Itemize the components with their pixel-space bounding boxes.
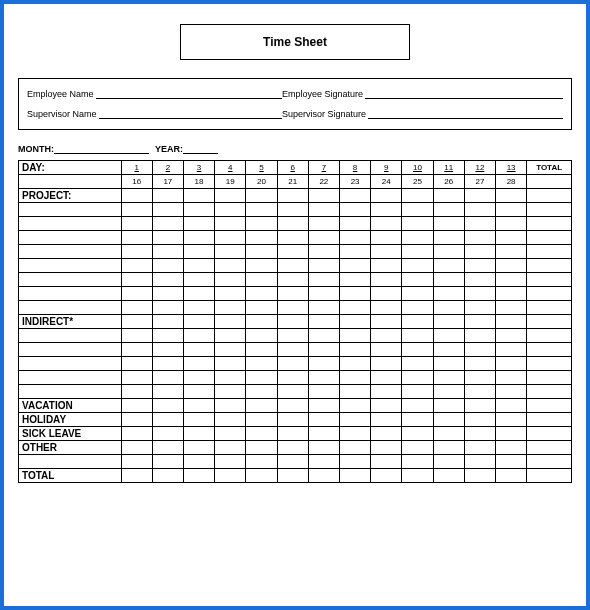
day-20: 20	[246, 175, 277, 189]
holiday-row: HOLIDAY	[19, 413, 572, 427]
total-header: TOTAL	[527, 161, 572, 175]
day-2: 2	[152, 161, 183, 175]
day-10: 10	[402, 161, 433, 175]
indirect-label: INDIRECT*	[19, 315, 122, 329]
indirect-header-row: INDIRECT*	[19, 315, 572, 329]
day-1: 1	[121, 161, 152, 175]
project-row	[19, 287, 572, 301]
supervisor-name-line[interactable]	[99, 109, 282, 119]
day-21: 21	[277, 175, 308, 189]
day-22: 22	[308, 175, 339, 189]
year-label: YEAR:	[155, 144, 183, 154]
timesheet-page: Time Sheet Employee Name Employee Signat…	[0, 0, 590, 610]
month-line[interactable]	[54, 144, 149, 154]
project-row	[19, 259, 572, 273]
supervisor-signature-label: Supervisor Signature	[282, 109, 366, 119]
sick-leave-label: SICK LEAVE	[19, 427, 122, 441]
title-box: Time Sheet	[180, 24, 410, 60]
sick-leave-row: SICK LEAVE	[19, 427, 572, 441]
project-row	[19, 273, 572, 287]
supervisor-signature-field: Supervisor Signature	[282, 109, 563, 119]
project-row	[19, 301, 572, 315]
year-line[interactable]	[183, 144, 218, 154]
supervisor-signature-line[interactable]	[368, 109, 563, 119]
day-19: 19	[215, 175, 246, 189]
day-4: 4	[215, 161, 246, 175]
project-label: PROJECT:	[19, 189, 122, 203]
month-label: MONTH:	[18, 144, 54, 154]
total-label: TOTAL	[19, 469, 122, 483]
vacation-label: VACATION	[19, 399, 122, 413]
day-5: 5	[246, 161, 277, 175]
indirect-row	[19, 371, 572, 385]
supervisor-name-field: Supervisor Name	[27, 109, 282, 119]
day-header-row-1: DAY: 1 2 3 4 5 6 7 8 9 10 11 12 13 TOTAL	[19, 161, 572, 175]
day-9: 9	[371, 161, 402, 175]
employee-signature-label: Employee Signature	[282, 89, 363, 99]
project-row	[19, 245, 572, 259]
project-row	[19, 203, 572, 217]
day-13: 13	[496, 161, 527, 175]
employee-signature-field: Employee Signature	[282, 89, 563, 99]
other-row: OTHER	[19, 441, 572, 455]
employee-name-line[interactable]	[96, 89, 282, 99]
holiday-label: HOLIDAY	[19, 413, 122, 427]
blank-row	[19, 455, 572, 469]
total-row: TOTAL	[19, 469, 572, 483]
day-label: DAY:	[19, 161, 122, 175]
project-header-row: PROJECT:	[19, 189, 572, 203]
day-25: 25	[402, 175, 433, 189]
day-17: 17	[152, 175, 183, 189]
day-8: 8	[339, 161, 370, 175]
day-27: 27	[464, 175, 495, 189]
indirect-row	[19, 385, 572, 399]
day-3: 3	[183, 161, 214, 175]
page-title: Time Sheet	[263, 35, 327, 49]
indirect-row	[19, 357, 572, 371]
day-6: 6	[277, 161, 308, 175]
day-23: 23	[339, 175, 370, 189]
day-7: 7	[308, 161, 339, 175]
employee-name-label: Employee Name	[27, 89, 94, 99]
indirect-row	[19, 343, 572, 357]
signature-box: Employee Name Employee Signature Supervi…	[18, 78, 572, 130]
day-header-row-2: 16 17 18 19 20 21 22 23 24 25 26 27 28	[19, 175, 572, 189]
supervisor-name-label: Supervisor Name	[27, 109, 97, 119]
project-row	[19, 217, 572, 231]
day-24: 24	[371, 175, 402, 189]
other-label: OTHER	[19, 441, 122, 455]
day-26: 26	[433, 175, 464, 189]
day-11: 11	[433, 161, 464, 175]
day-16: 16	[121, 175, 152, 189]
day-28: 28	[496, 175, 527, 189]
vacation-row: VACATION	[19, 399, 572, 413]
timesheet-grid: DAY: 1 2 3 4 5 6 7 8 9 10 11 12 13 TOTAL…	[18, 160, 572, 483]
employee-signature-line[interactable]	[365, 89, 563, 99]
day-18: 18	[183, 175, 214, 189]
project-row	[19, 231, 572, 245]
day-12: 12	[464, 161, 495, 175]
indirect-row	[19, 329, 572, 343]
employee-name-field: Employee Name	[27, 89, 282, 99]
period-row: MONTH: YEAR:	[18, 144, 572, 154]
